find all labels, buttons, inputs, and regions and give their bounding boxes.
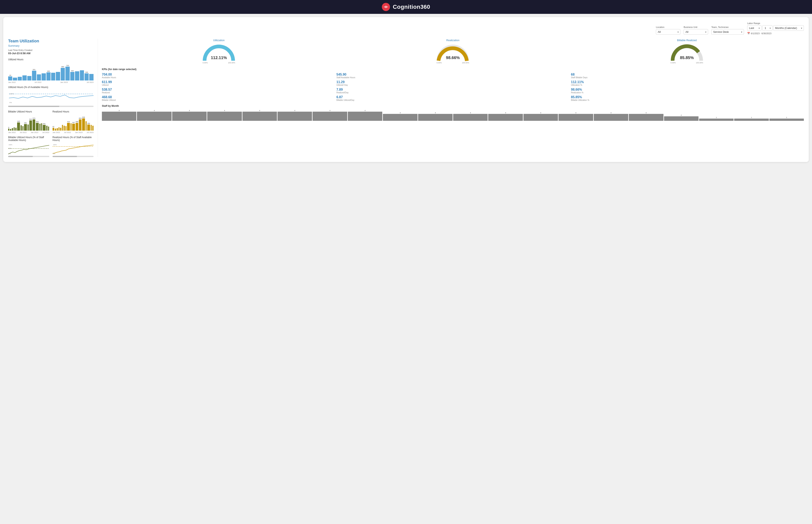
labor-range-label: Labor Range — [747, 22, 804, 24]
staff-bar-group: 4 — [243, 110, 277, 121]
bar-group: 434 — [70, 70, 75, 81]
labor-range-period-select[interactable]: Months (Calendar) — [773, 25, 804, 31]
bar-group — [60, 128, 61, 131]
billable-pct-chart: 100% 50% 0% — [8, 143, 49, 155]
utilized-hours-chart: 44521406684720434344 — [8, 62, 94, 81]
svg-text:0%: 0% — [10, 102, 12, 103]
billable-utilized-title: Billable Utilized Hours — [8, 110, 49, 113]
team-filter: Team, Technician Service Desk — [711, 26, 744, 35]
staff-bar-group: 2 — [664, 114, 698, 121]
bar-group: 281 — [24, 122, 27, 131]
kpi-label: Utilization % — [571, 84, 804, 86]
business-unit-select[interactable]: All — [684, 29, 708, 35]
bar-group — [42, 73, 46, 81]
svg-point-2 — [385, 6, 386, 7]
bar-group: 406 — [47, 70, 50, 81]
bar-group — [55, 128, 56, 131]
logo-icon — [382, 3, 390, 11]
kpi-label: Staff Available Hours — [337, 77, 569, 79]
kpi-item: 11.29Utilized/ Day — [337, 80, 569, 86]
kpi-item: 704.00Available Hours — [102, 73, 335, 79]
kpi-value: 98.66% — [571, 88, 804, 92]
kpi-label: Staff Billable Days — [571, 77, 804, 79]
staff-bar-group: 4 — [207, 110, 242, 121]
bar-group: 345 — [17, 120, 20, 131]
utilization-gauge-wrap: 112.11% — [202, 44, 235, 62]
team-select[interactable]: Service Desk — [711, 29, 744, 35]
kpi-item: 7.89Realized/Day — [337, 88, 569, 94]
realization-gauge: Realization 98.66% 0.00% 100.00% — [336, 39, 570, 64]
staff-bar-group: 3 — [629, 112, 663, 121]
kpi-item: 112.11%Utilization % — [571, 80, 804, 86]
business-unit-label: Business Unit — [684, 26, 708, 28]
bar-group — [28, 124, 29, 131]
kpi-label: Realization % — [571, 92, 804, 94]
realization-range: 0.00% 100.00% — [437, 62, 469, 64]
bar-group — [51, 72, 55, 81]
staff-bar-group: 4 — [348, 110, 382, 121]
team-label: Team, Technician — [711, 26, 744, 28]
bar-group — [70, 123, 72, 131]
bar-group — [41, 123, 43, 131]
svg-text:50%: 50% — [9, 148, 12, 149]
kpi-item: 545.90Staff Available Hours — [337, 73, 569, 79]
calendar-icon: 📅 — [747, 32, 750, 35]
bar-group — [64, 126, 65, 131]
utilized-chart-labels: Jan 2022 Jul 2022 Jan 2023 Jul 2023 — [8, 81, 94, 83]
bar-group — [92, 126, 94, 131]
bar-group — [65, 126, 67, 131]
billable-scrollbar[interactable] — [8, 156, 49, 157]
utilized-pct-chart: 100% 0% — [9, 90, 94, 104]
billable-pct-title: Billable Utilized Hours (% of Staff Avai… — [8, 136, 49, 142]
realized-hours-chart: 42410347398604636294 — [52, 114, 94, 131]
bar-group — [56, 128, 58, 131]
kpi-item: 538.57Realized — [102, 88, 335, 94]
bar-group — [39, 124, 40, 131]
kpi-label: Realized — [102, 92, 335, 94]
bar-group — [59, 127, 60, 131]
utilization-range: 0.00% 100.00% — [202, 62, 235, 64]
realized-scrollbar[interactable] — [52, 156, 94, 157]
location-select[interactable]: All — [656, 29, 680, 35]
bar-group: 573 — [33, 117, 35, 131]
business-unit-filter: Business Unit All — [684, 26, 708, 35]
dashboard-grid: Team Utilization Summary Last Time Entry… — [8, 39, 804, 157]
labor-range-filter: Labor Range Last 1 Months (Calendar) — [747, 22, 804, 35]
staff-title: Staff by Month — [102, 104, 804, 108]
right-panel: Utilization 112.11% 0.00% 100.00% — [98, 39, 804, 157]
bar-group: 261 — [43, 123, 46, 131]
realization-gauge-wrap: 98.66% — [437, 44, 469, 62]
kpi-value: 704.00 — [102, 73, 335, 77]
bar-group — [80, 70, 84, 81]
kpi-value: 611.99 — [102, 80, 335, 84]
location-filter: Location All — [656, 26, 680, 35]
gauge-row: Utilization 112.11% 0.00% 100.00% — [102, 39, 804, 64]
labor-range-num-select[interactable]: 1 — [762, 25, 773, 31]
bar-group — [13, 78, 17, 81]
bar-group: 363 — [36, 121, 38, 131]
realized-chart-labels: Jan 2022 Jul 2022 Jan 2023 Jul 2023 — [52, 131, 94, 133]
staff-bar-group: 3 — [558, 112, 593, 121]
left-panel: Team Utilization Summary Last Time Entry… — [8, 39, 98, 157]
billable-utilized-chart: 8345281532573363261 — [8, 114, 49, 131]
utilization-gauge: Utilization 112.11% 0.00% 100.00% — [102, 39, 336, 64]
staff-bar-group: 4 — [277, 110, 312, 121]
labor-range-last-select[interactable]: Last — [747, 25, 762, 31]
bar-group — [22, 75, 27, 81]
billable-realized-label: Billable Realized — [677, 39, 697, 42]
realized-pct-chart: 100% 0% — [52, 143, 94, 155]
bar-group — [89, 74, 93, 81]
bar-group: 344 — [84, 71, 88, 81]
kpi-item: 68Staff Billable Days — [571, 73, 804, 79]
bar-group: 720 — [65, 65, 69, 81]
svg-text:100%: 100% — [53, 144, 56, 146]
kpi-grid: 704.00Available Hours545.90Staff Availab… — [102, 73, 804, 101]
svg-text:100%: 100% — [9, 144, 12, 146]
bar-group: 521 — [32, 69, 36, 81]
staff-bar-group: 3 — [418, 112, 453, 121]
billable-chart-labels: Jan 2022 Jul 2022 Jan 2023 Jul 2023 — [8, 131, 49, 133]
billable-realized-gauge-wrap: 85.85% — [670, 44, 703, 62]
kpi-label: Utilized — [102, 84, 335, 86]
realized-hours-title: Realized Hours — [52, 110, 94, 113]
utilization-value: 112.11% — [211, 55, 227, 60]
